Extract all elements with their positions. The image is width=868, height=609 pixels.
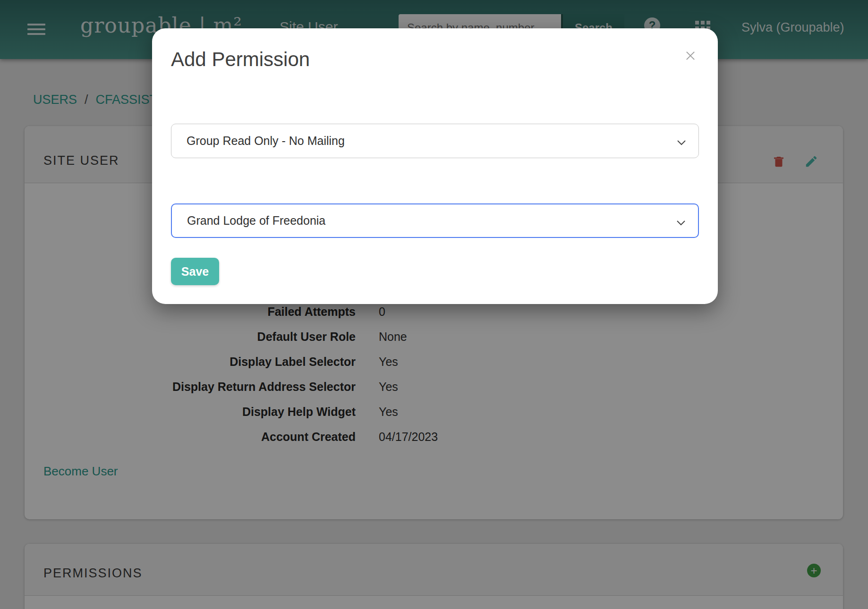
close-icon[interactable] — [684, 49, 697, 62]
group-select[interactable]: Grand Lodge of Freedonia — [171, 203, 699, 238]
chevron-down-icon — [676, 219, 686, 228]
add-permission-modal: Add Permission Role Group Read Only - No… — [152, 28, 718, 304]
role-select-value: Group Read Only - No Mailing — [187, 134, 345, 148]
group-select-value: Grand Lodge of Freedonia — [187, 214, 325, 228]
role-select[interactable]: Group Read Only - No Mailing — [171, 124, 699, 158]
modal-title: Add Permission — [171, 48, 310, 71]
save-button[interactable]: Save — [171, 258, 219, 285]
chevron-down-icon — [677, 139, 686, 147]
